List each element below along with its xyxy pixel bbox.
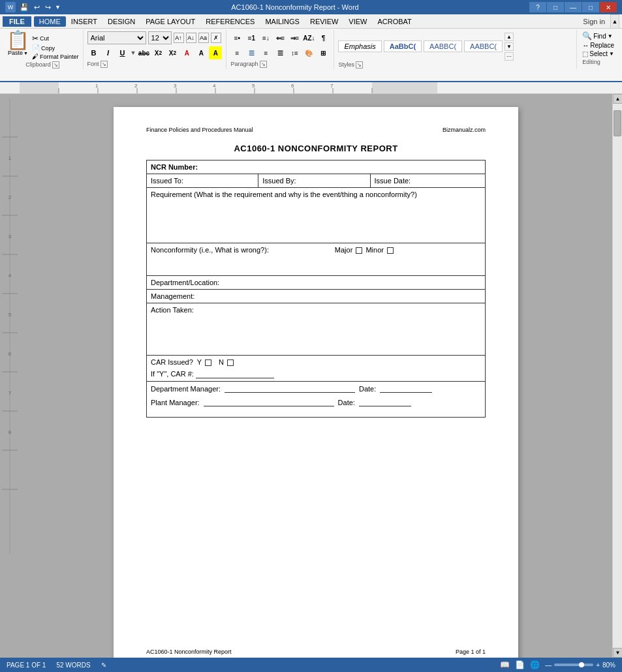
underline-dropdown[interactable]: ▼ <box>131 50 136 56</box>
design-menu[interactable]: DESIGN <box>102 16 140 27</box>
scrollbar-thumb[interactable] <box>614 110 621 136</box>
web-layout-button[interactable]: 🌐 <box>530 660 540 669</box>
styles-expand[interactable]: ↘ <box>356 61 363 69</box>
font-size-select[interactable]: 12 <box>148 31 172 44</box>
superscript-button[interactable]: X2 <box>166 46 179 59</box>
style-heading1[interactable]: AaBbC( <box>384 40 422 52</box>
zoom-out-button[interactable]: — <box>545 662 552 669</box>
sign-in-link[interactable]: Sign in <box>578 16 610 27</box>
ribbon-toggle-button[interactable]: □ <box>547 2 564 12</box>
zoom-level[interactable]: 80% <box>602 662 615 669</box>
bold-button[interactable]: B <box>87 46 101 59</box>
underline-button[interactable]: U <box>116 46 129 59</box>
quick-access-save[interactable]: 💾 <box>18 3 30 12</box>
zoom-control: — + 80% <box>545 662 615 669</box>
scroll-up-button[interactable]: ▲ <box>613 94 622 104</box>
quick-access-redo[interactable]: ↪ <box>44 3 52 12</box>
replace-button[interactable]: ↔ Replace <box>582 42 614 49</box>
find-button[interactable]: 🔍 Find ▼ <box>582 31 614 40</box>
styles-scroll[interactable]: ▲ ▼ ⋯ <box>505 33 514 61</box>
align-right-button[interactable]: ≡ <box>259 46 272 59</box>
align-left-button[interactable]: ≡ <box>230 46 243 59</box>
maximize-button[interactable]: □ <box>582 2 599 12</box>
title-bar-controls: ? □ — □ ✕ <box>529 2 617 12</box>
main-area: 1 2 3 4 5 6 7 8 Finance Policies and Pro… <box>0 94 622 658</box>
svg-text:3: 3 <box>8 234 12 239</box>
multilevel-button[interactable]: ≡↓ <box>259 31 272 44</box>
font-color-button[interactable]: A <box>209 46 222 59</box>
car-y-checkbox[interactable] <box>205 359 211 366</box>
svg-text:2: 2 <box>8 194 12 200</box>
italic-button[interactable]: I <box>102 46 115 59</box>
show-marks-button[interactable]: ¶ <box>317 31 330 44</box>
zoom-in-button[interactable]: + <box>596 662 600 669</box>
action-taken-row: Action Taken: <box>147 303 486 356</box>
header-right: Bizmanualz.com <box>443 127 486 133</box>
strikethrough-button[interactable]: abc <box>137 46 150 59</box>
insert-menu[interactable]: INSERT <box>66 16 102 27</box>
dept-manager-date-field[interactable] <box>380 384 432 393</box>
acrobat-menu[interactable]: ACROBAT <box>372 16 416 27</box>
borders-button[interactable]: ⊞ <box>317 46 330 59</box>
view-menu[interactable]: VIEW <box>343 16 372 27</box>
line-spacing-button[interactable]: ↕≡ <box>288 46 301 59</box>
style-heading3[interactable]: AABBC( <box>464 40 503 52</box>
track-changes-icon[interactable]: ✎ <box>101 662 106 669</box>
subscript-button[interactable]: X2 <box>151 46 164 59</box>
dept-manager-field[interactable] <box>225 384 355 393</box>
text-color-button[interactable]: A <box>180 46 193 59</box>
scroll-down-button[interactable]: ▼ <box>613 648 622 658</box>
style-heading2[interactable]: AABBC( <box>424 40 462 52</box>
format-painter-button[interactable]: 🖌Format Painter <box>32 53 79 60</box>
minimize-button[interactable]: — <box>565 2 582 12</box>
scrollbar-track[interactable] <box>613 104 622 648</box>
vertical-ruler: 1 2 3 4 5 6 7 8 <box>0 94 20 658</box>
select-button[interactable]: ⬚ Select ▼ <box>582 50 614 57</box>
align-center-button[interactable]: ☰ <box>245 46 258 59</box>
sort-button[interactable]: AZ↓ <box>302 31 315 44</box>
plant-manager-date-field[interactable] <box>359 398 411 406</box>
mailings-menu[interactable]: MAILINGS <box>260 16 305 27</box>
quick-access-more[interactable]: ▼ <box>55 4 61 10</box>
change-case-button[interactable]: Aa <box>198 33 209 43</box>
major-checkbox[interactable] <box>356 247 362 254</box>
decrease-indent-button[interactable]: ⇐≡ <box>273 31 287 44</box>
shading-button[interactable]: 🎨 <box>302 46 315 59</box>
clear-format-button[interactable]: ✗ <box>211 33 221 43</box>
minor-checkbox[interactable] <box>387 247 394 254</box>
justify-button[interactable]: ☰ <box>273 46 287 59</box>
clipboard-expand[interactable]: ↘ <box>52 61 59 69</box>
ncr-number-cell: NCR Number: <box>147 160 486 174</box>
font-grow-button[interactable]: A↑ <box>174 33 184 43</box>
increase-indent-button[interactable]: ⇒≡ <box>288 31 301 44</box>
font-expand[interactable]: ↘ <box>101 61 108 68</box>
home-menu[interactable]: HOME <box>34 16 66 27</box>
file-menu[interactable]: FILE <box>3 16 31 27</box>
references-menu[interactable]: REFERENCES <box>200 16 260 27</box>
review-menu[interactable]: REVIEW <box>305 16 343 27</box>
quick-access-undo[interactable]: ↩ <box>33 3 41 12</box>
action-taken-cell: Action Taken: <box>147 303 486 356</box>
paragraph-group: ≡• ≡1 ≡↓ ⇐≡ ⇒≡ AZ↓ ¶ ≡ ☰ ≡ ☰ ↕≡ 🎨 ⊞ Para… <box>226 30 334 69</box>
highlight-button[interactable]: A <box>194 46 208 59</box>
copy-button[interactable]: 📄Copy <box>32 44 79 52</box>
font-name-select[interactable]: Arial <box>87 31 146 44</box>
read-mode-button[interactable]: 📖 <box>500 660 510 669</box>
font-shrink-button[interactable]: A↓ <box>186 33 196 43</box>
print-layout-button[interactable]: 📄 <box>515 660 525 669</box>
numbering-button[interactable]: ≡1 <box>245 31 258 44</box>
close-button[interactable]: ✕ <box>600 2 617 12</box>
paste-button[interactable]: 📋 Paste ▼ <box>7 31 29 56</box>
paragraph-expand[interactable]: ↘ <box>260 61 267 68</box>
svg-text:3: 3 <box>174 83 177 89</box>
page-layout-menu[interactable]: PAGE LAYOUT <box>140 16 200 27</box>
help-button[interactable]: ? <box>529 2 546 12</box>
bullets-button[interactable]: ≡• <box>230 31 243 44</box>
ribbon-collapse-button[interactable]: ▲ <box>610 14 619 29</box>
plant-manager-field[interactable] <box>204 398 334 406</box>
style-emphasis[interactable]: Emphasis <box>338 40 381 52</box>
cut-button[interactable]: ✂Cut <box>32 34 79 43</box>
zoom-slider[interactable] <box>554 664 593 666</box>
car-n-checkbox[interactable] <box>227 359 234 366</box>
car-number-field[interactable] <box>196 370 274 378</box>
